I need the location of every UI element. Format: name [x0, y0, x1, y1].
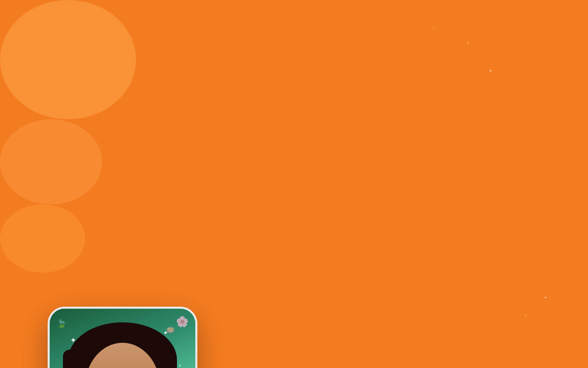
bg-blob-bottom-right	[0, 204, 85, 273]
bg-sparkle-3: ✦	[432, 27, 435, 30]
phone-screen-image: 🌸 🪷 🍃 ✦ ✦ ✦ ✦ ✦ ✦ ✦ ✦ 🕊 🕊	[50, 309, 195, 368]
phone-section: 🌸 🪷 🍃 ✦ ✦ ✦ ✦ ✦ ✦ ✦ ✦ 🕊 🕊	[27, 273, 218, 368]
bg-blob-bottom-left	[0, 119, 102, 204]
bg-sparkle-1: ✦	[466, 41, 469, 45]
main-container: 🌸 🪷 🍃 ✦ ✦ ✦ ✦ ✦ ✦ ✦ ✦ 🕊 🕊	[0, 273, 588, 368]
phone-mockup: 🌸 🪷 🍃 ✦ ✦ ✦ ✦ ✦ ✦ ✦ ✦ 🕊 🕊	[48, 307, 197, 368]
bg-sparkle-2: ✦	[489, 68, 493, 74]
bg-blob-top-right	[0, 0, 136, 119]
woman-figure: 🌸 ❤	[58, 316, 187, 368]
